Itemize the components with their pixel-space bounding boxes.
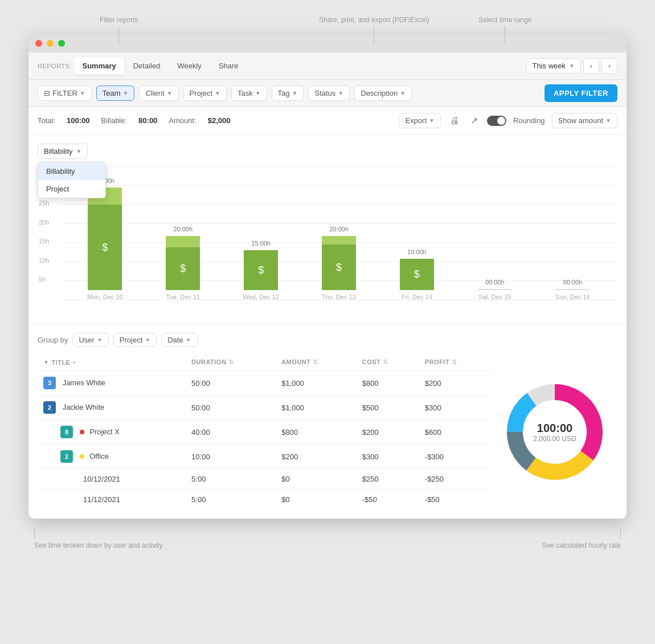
bar-stack-fri[interactable]: $ xyxy=(400,259,434,290)
bar-stack-wed[interactable]: $ xyxy=(244,250,278,290)
filter-toggle[interactable]: ⊟ FILTER ▼ xyxy=(38,85,92,101)
bar-label-sat: 00:00h xyxy=(485,279,505,286)
bar-chart: 35h 30h 25h 20h 15h 10h 5h 40:00h xyxy=(38,166,617,314)
maximize-button[interactable] xyxy=(58,40,65,47)
chevron-down-icon: ▼ xyxy=(255,90,261,96)
print-button[interactable]: 🖨 xyxy=(448,113,461,128)
cell-cost: $200 xyxy=(357,420,419,445)
bar-date-fri: Fri, Dec 14 xyxy=(402,294,432,300)
filter-client[interactable]: Client ▼ xyxy=(139,85,178,101)
annotation-filter: Filter reports xyxy=(100,16,138,43)
col-duration[interactable]: DURATION ⇅ xyxy=(186,354,276,371)
summary-controls: Export ▼ 🖨 ↗ Rounding Show amount ▼ xyxy=(399,113,617,128)
reports-label: REPORTS xyxy=(38,63,69,70)
tab-bar: REPORTS Summary Detailed Weekly Share Th… xyxy=(28,52,627,80)
donut-chart-column: 100:00 2,000.00 USD xyxy=(492,354,617,510)
bar-light-tue xyxy=(166,236,200,247)
group-by-project[interactable]: Project ▼ xyxy=(113,333,157,347)
next-period-button[interactable]: › xyxy=(601,58,617,74)
prev-period-button[interactable]: ‹ xyxy=(583,58,599,74)
group-by-label: Group by xyxy=(38,336,68,344)
chart-dropdown-menu: Billability Project xyxy=(38,162,106,198)
filter-project[interactable]: Project ▼ xyxy=(183,85,227,101)
filter-team[interactable]: Team ▼ xyxy=(96,85,135,101)
cell-amount: $200 xyxy=(276,445,356,469)
chevron-down-icon: ▼ xyxy=(215,90,220,96)
bar-stack-thu[interactable]: $ xyxy=(322,236,356,290)
bar-stack-tue[interactable]: $ xyxy=(166,236,200,290)
table-row[interactable]: 11/12/2021 5:00 $0 -$50 -$50 xyxy=(38,490,492,510)
bar-dark-mon: $ xyxy=(88,205,122,290)
chevron-down-icon: ▼ xyxy=(338,90,343,96)
show-amount-button[interactable]: Show amount ▼ xyxy=(552,113,617,128)
cell-amount: $0 xyxy=(276,469,356,490)
tab-summary[interactable]: Summary xyxy=(74,57,124,75)
cell-cost: $250 xyxy=(357,469,419,490)
cell-profit: -$300 xyxy=(419,445,492,469)
bar-group-thu: 20:00h $ Thu, Dec 13 xyxy=(300,226,378,300)
rounding-toggle[interactable] xyxy=(487,116,506,126)
tab-weekly[interactable]: Weekly xyxy=(169,57,209,75)
chevron-down-icon: ▼ xyxy=(292,90,298,96)
table-row[interactable]: 10/12/2021 5:00 $0 $250 -$250 xyxy=(38,469,492,490)
tab-share[interactable]: Share xyxy=(211,57,247,75)
table-row[interactable]: 8 Project X 40:00 $800 $200 $600 xyxy=(38,420,492,445)
row-badge: 3 xyxy=(43,377,56,389)
cell-duration: 40:00 xyxy=(186,420,276,445)
close-button[interactable] xyxy=(35,40,42,47)
share-button[interactable]: ↗ xyxy=(468,113,480,128)
chevron-down-icon: ▼ xyxy=(123,90,129,96)
row-badge: 2 xyxy=(60,450,73,463)
filter-tag[interactable]: Tag ▼ xyxy=(272,85,304,101)
annotation-time: Select time range xyxy=(478,16,531,43)
dropdown-item-project[interactable]: Project xyxy=(38,180,105,198)
summary-row: Total: 100:00 Billable: 80:00 Amount: $2… xyxy=(28,107,627,134)
time-range-select[interactable]: This week ▼ xyxy=(526,58,581,74)
billable-label: Billable: xyxy=(101,116,128,125)
row-badge: 8 xyxy=(60,426,73,438)
cell-name: 2 Office xyxy=(38,445,186,469)
col-title[interactable]: ▼ TITLE ● xyxy=(38,354,186,371)
bar-stack-sat[interactable] xyxy=(478,289,512,290)
donut-amount: 2,000.00 USD xyxy=(533,434,576,442)
filter-status[interactable]: Status ▼ xyxy=(308,85,350,101)
bar-stack-sun[interactable] xyxy=(556,289,590,290)
dot-icon xyxy=(80,430,84,434)
apply-filter-button[interactable]: APPLY FILTER xyxy=(545,84,617,102)
table-row[interactable]: 2 Jackie White 50:00 $1,000 $500 $300 xyxy=(38,396,492,420)
chevron-down-icon: ▼ xyxy=(186,337,191,343)
cell-name: 8 Project X xyxy=(38,420,186,445)
filter-description[interactable]: Description ▼ xyxy=(354,85,412,101)
minimize-button[interactable] xyxy=(47,40,54,47)
group-by-user[interactable]: User ▼ xyxy=(72,333,108,347)
data-table: ▼ TITLE ● DURATION ⇅ AMOUNT ⇅ xyxy=(38,354,492,510)
bars-row: 40:00h $ Mon, Dec 10 20:00h $ xyxy=(60,166,617,300)
bar-stack-mon[interactable]: $ xyxy=(88,188,122,290)
table-row[interactable]: 3 James White 50:00 $1,000 $800 $200 xyxy=(38,371,492,396)
dropdown-item-billability[interactable]: Billability xyxy=(38,162,105,180)
bar-group-sat: 00:00h Sat, Dec 15 xyxy=(456,279,534,300)
col-amount[interactable]: AMOUNT ⇅ xyxy=(276,354,356,371)
table-row[interactable]: 2 Office 10:00 $200 $300 -$300 xyxy=(38,445,492,469)
filter-task[interactable]: Task ▼ xyxy=(231,85,267,101)
chart-area: Billability ▼ Billability Project 35h 30… xyxy=(28,134,627,324)
tab-detailed[interactable]: Detailed xyxy=(125,57,169,75)
chart-group-select[interactable]: Billability ▼ xyxy=(38,144,88,159)
cell-profit: $200 xyxy=(419,371,492,396)
bar-date-thu: Thu, Dec 13 xyxy=(322,294,356,300)
cell-duration: 5:00 xyxy=(186,490,276,510)
total-value: 100:00 xyxy=(67,116,89,125)
cell-cost: $500 xyxy=(357,396,419,420)
bar-date-wed: Wed, Dec 12 xyxy=(243,294,279,300)
col-profit[interactable]: PROFIT ⇅ xyxy=(419,354,492,371)
cell-profit: $600 xyxy=(419,420,492,445)
bar-group-wed: 15:00h $ Wed, Dec 12 xyxy=(222,240,300,300)
annotation-share: Share, print, and export (PDF/Excel) xyxy=(319,16,429,43)
amount-value: $2,000 xyxy=(208,116,231,125)
group-by-date[interactable]: Date ▼ xyxy=(161,333,197,347)
export-button[interactable]: Export ▼ xyxy=(399,113,440,128)
cell-name: 2 Jackie White xyxy=(38,396,186,420)
col-cost[interactable]: COST ⇅ xyxy=(357,354,419,371)
cell-profit: -$50 xyxy=(419,490,492,510)
chevron-down-icon: ▼ xyxy=(97,337,103,343)
